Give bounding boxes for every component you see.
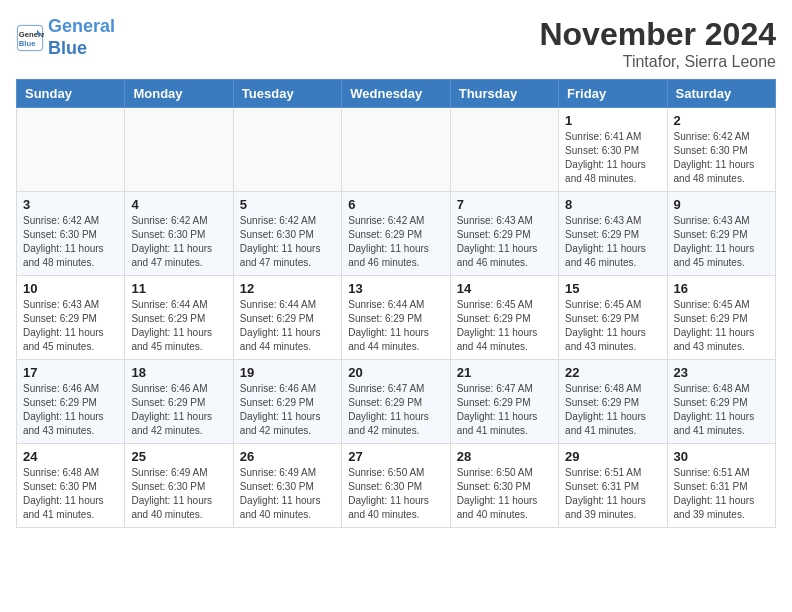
day-number: 5	[240, 197, 335, 212]
calendar-table: SundayMondayTuesdayWednesdayThursdayFrid…	[16, 79, 776, 528]
day-number: 1	[565, 113, 660, 128]
calendar-cell: 15Sunrise: 6:45 AM Sunset: 6:29 PM Dayli…	[559, 276, 667, 360]
day-info: Sunrise: 6:42 AM Sunset: 6:29 PM Dayligh…	[348, 214, 443, 270]
day-number: 16	[674, 281, 769, 296]
day-number: 22	[565, 365, 660, 380]
day-info: Sunrise: 6:43 AM Sunset: 6:29 PM Dayligh…	[565, 214, 660, 270]
day-number: 15	[565, 281, 660, 296]
day-info: Sunrise: 6:42 AM Sunset: 6:30 PM Dayligh…	[131, 214, 226, 270]
weekday-header-friday: Friday	[559, 80, 667, 108]
calendar-cell: 30Sunrise: 6:51 AM Sunset: 6:31 PM Dayli…	[667, 444, 775, 528]
weekday-header-tuesday: Tuesday	[233, 80, 341, 108]
day-number: 10	[23, 281, 118, 296]
weekday-header-sunday: Sunday	[17, 80, 125, 108]
day-info: Sunrise: 6:42 AM Sunset: 6:30 PM Dayligh…	[674, 130, 769, 186]
day-info: Sunrise: 6:45 AM Sunset: 6:29 PM Dayligh…	[457, 298, 552, 354]
day-number: 7	[457, 197, 552, 212]
calendar-cell: 17Sunrise: 6:46 AM Sunset: 6:29 PM Dayli…	[17, 360, 125, 444]
week-row-1: 1Sunrise: 6:41 AM Sunset: 6:30 PM Daylig…	[17, 108, 776, 192]
day-number: 13	[348, 281, 443, 296]
calendar-cell: 16Sunrise: 6:45 AM Sunset: 6:29 PM Dayli…	[667, 276, 775, 360]
day-info: Sunrise: 6:51 AM Sunset: 6:31 PM Dayligh…	[674, 466, 769, 522]
day-info: Sunrise: 6:49 AM Sunset: 6:30 PM Dayligh…	[240, 466, 335, 522]
day-info: Sunrise: 6:49 AM Sunset: 6:30 PM Dayligh…	[131, 466, 226, 522]
day-info: Sunrise: 6:43 AM Sunset: 6:29 PM Dayligh…	[674, 214, 769, 270]
calendar-cell: 12Sunrise: 6:44 AM Sunset: 6:29 PM Dayli…	[233, 276, 341, 360]
calendar-cell: 9Sunrise: 6:43 AM Sunset: 6:29 PM Daylig…	[667, 192, 775, 276]
calendar-cell: 26Sunrise: 6:49 AM Sunset: 6:30 PM Dayli…	[233, 444, 341, 528]
day-info: Sunrise: 6:46 AM Sunset: 6:29 PM Dayligh…	[23, 382, 118, 438]
day-number: 11	[131, 281, 226, 296]
day-info: Sunrise: 6:50 AM Sunset: 6:30 PM Dayligh…	[457, 466, 552, 522]
day-info: Sunrise: 6:43 AM Sunset: 6:29 PM Dayligh…	[23, 298, 118, 354]
day-info: Sunrise: 6:47 AM Sunset: 6:29 PM Dayligh…	[457, 382, 552, 438]
calendar-cell	[17, 108, 125, 192]
day-number: 6	[348, 197, 443, 212]
calendar-cell: 7Sunrise: 6:43 AM Sunset: 6:29 PM Daylig…	[450, 192, 558, 276]
calendar-cell: 1Sunrise: 6:41 AM Sunset: 6:30 PM Daylig…	[559, 108, 667, 192]
calendar-cell	[342, 108, 450, 192]
title-block: November 2024 Tintafor, Sierra Leone	[539, 16, 776, 71]
day-number: 4	[131, 197, 226, 212]
day-number: 24	[23, 449, 118, 464]
svg-text:Blue: Blue	[19, 38, 36, 47]
day-info: Sunrise: 6:48 AM Sunset: 6:30 PM Dayligh…	[23, 466, 118, 522]
day-number: 3	[23, 197, 118, 212]
calendar-cell: 28Sunrise: 6:50 AM Sunset: 6:30 PM Dayli…	[450, 444, 558, 528]
day-number: 20	[348, 365, 443, 380]
day-info: Sunrise: 6:42 AM Sunset: 6:30 PM Dayligh…	[23, 214, 118, 270]
day-info: Sunrise: 6:45 AM Sunset: 6:29 PM Dayligh…	[674, 298, 769, 354]
day-number: 29	[565, 449, 660, 464]
location: Tintafor, Sierra Leone	[539, 53, 776, 71]
day-number: 18	[131, 365, 226, 380]
page-header: General Blue General Blue November 2024 …	[16, 16, 776, 71]
logo-blue: Blue	[48, 38, 87, 58]
calendar-cell: 14Sunrise: 6:45 AM Sunset: 6:29 PM Dayli…	[450, 276, 558, 360]
weekday-header-wednesday: Wednesday	[342, 80, 450, 108]
calendar-cell: 19Sunrise: 6:46 AM Sunset: 6:29 PM Dayli…	[233, 360, 341, 444]
weekday-header-thursday: Thursday	[450, 80, 558, 108]
calendar-cell: 5Sunrise: 6:42 AM Sunset: 6:30 PM Daylig…	[233, 192, 341, 276]
day-number: 25	[131, 449, 226, 464]
day-number: 17	[23, 365, 118, 380]
calendar-cell: 8Sunrise: 6:43 AM Sunset: 6:29 PM Daylig…	[559, 192, 667, 276]
day-info: Sunrise: 6:47 AM Sunset: 6:29 PM Dayligh…	[348, 382, 443, 438]
day-number: 21	[457, 365, 552, 380]
calendar-cell: 24Sunrise: 6:48 AM Sunset: 6:30 PM Dayli…	[17, 444, 125, 528]
logo: General Blue General Blue	[16, 16, 115, 59]
calendar-cell	[450, 108, 558, 192]
calendar-cell: 13Sunrise: 6:44 AM Sunset: 6:29 PM Dayli…	[342, 276, 450, 360]
day-number: 14	[457, 281, 552, 296]
day-number: 27	[348, 449, 443, 464]
weekday-header-row: SundayMondayTuesdayWednesdayThursdayFrid…	[17, 80, 776, 108]
calendar-cell: 4Sunrise: 6:42 AM Sunset: 6:30 PM Daylig…	[125, 192, 233, 276]
day-info: Sunrise: 6:44 AM Sunset: 6:29 PM Dayligh…	[348, 298, 443, 354]
day-number: 28	[457, 449, 552, 464]
day-number: 9	[674, 197, 769, 212]
logo-icon: General Blue	[16, 24, 44, 52]
month-title: November 2024	[539, 16, 776, 53]
weekday-header-saturday: Saturday	[667, 80, 775, 108]
day-number: 8	[565, 197, 660, 212]
day-info: Sunrise: 6:48 AM Sunset: 6:29 PM Dayligh…	[565, 382, 660, 438]
calendar-cell: 18Sunrise: 6:46 AM Sunset: 6:29 PM Dayli…	[125, 360, 233, 444]
weekday-header-monday: Monday	[125, 80, 233, 108]
calendar-cell: 27Sunrise: 6:50 AM Sunset: 6:30 PM Dayli…	[342, 444, 450, 528]
day-info: Sunrise: 6:46 AM Sunset: 6:29 PM Dayligh…	[131, 382, 226, 438]
day-number: 12	[240, 281, 335, 296]
day-number: 30	[674, 449, 769, 464]
calendar-cell: 6Sunrise: 6:42 AM Sunset: 6:29 PM Daylig…	[342, 192, 450, 276]
calendar-cell	[125, 108, 233, 192]
calendar-cell	[233, 108, 341, 192]
week-row-4: 17Sunrise: 6:46 AM Sunset: 6:29 PM Dayli…	[17, 360, 776, 444]
week-row-5: 24Sunrise: 6:48 AM Sunset: 6:30 PM Dayli…	[17, 444, 776, 528]
day-info: Sunrise: 6:44 AM Sunset: 6:29 PM Dayligh…	[240, 298, 335, 354]
day-info: Sunrise: 6:43 AM Sunset: 6:29 PM Dayligh…	[457, 214, 552, 270]
day-info: Sunrise: 6:48 AM Sunset: 6:29 PM Dayligh…	[674, 382, 769, 438]
calendar-cell: 29Sunrise: 6:51 AM Sunset: 6:31 PM Dayli…	[559, 444, 667, 528]
calendar-cell: 25Sunrise: 6:49 AM Sunset: 6:30 PM Dayli…	[125, 444, 233, 528]
calendar-cell: 21Sunrise: 6:47 AM Sunset: 6:29 PM Dayli…	[450, 360, 558, 444]
calendar-cell: 20Sunrise: 6:47 AM Sunset: 6:29 PM Dayli…	[342, 360, 450, 444]
calendar-cell: 10Sunrise: 6:43 AM Sunset: 6:29 PM Dayli…	[17, 276, 125, 360]
day-info: Sunrise: 6:42 AM Sunset: 6:30 PM Dayligh…	[240, 214, 335, 270]
